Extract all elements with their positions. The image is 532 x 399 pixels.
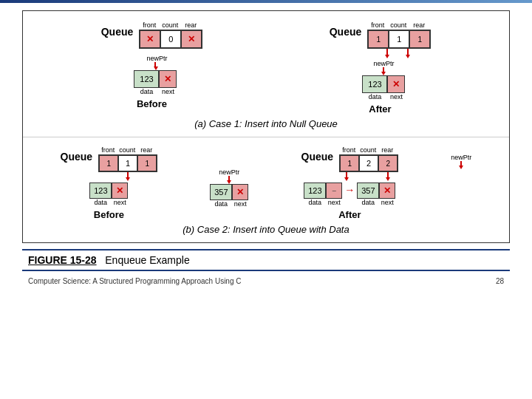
case1-before-next-cell: ✕ <box>159 70 177 88</box>
case2-before-struct-box: 1 1 1 <box>98 154 157 172</box>
footer-bar: Computer Science: A Structured Programmi… <box>22 274 510 288</box>
case2-before-node1-next: ✕ <box>112 183 128 199</box>
case1-after-num-front: 1 <box>377 35 381 44</box>
case2-after-node2-data-label: data <box>357 199 379 206</box>
case2-after-count-val: 2 <box>366 159 371 168</box>
case2-before-node1-data-label: data <box>89 199 112 206</box>
case1-after-group: Queue front count rear 1 <box>330 21 432 116</box>
case1-after-cell-rear: 1 <box>409 30 430 48</box>
case2-before-newptr-data-label: data <box>210 200 232 208</box>
case2-after-cell-count: 2 <box>359 155 378 171</box>
case2-before-group: Queue front count rear 1 <box>61 146 158 222</box>
figure-caption: FIGURE 15-28 Enqueue Example <box>22 249 510 271</box>
case2-before-newptr-label: newPtr <box>219 168 239 176</box>
case1-before-x-next: ✕ <box>164 74 171 84</box>
case2-before-queue-word: Queue <box>61 151 93 163</box>
case1-after-struct-box: 1 1 1 <box>367 30 431 49</box>
case1-section: Queue front count rear ✕ <box>23 11 509 137</box>
case2-after-chain-arrow: → <box>344 184 355 196</box>
diagram-area: Queue front count rear ✕ <box>22 10 510 243</box>
case1-after-x-next: ✕ <box>392 79 400 89</box>
case2-after-node1-next: – <box>326 183 342 199</box>
case1-after-newptr-label: newPtr <box>373 60 394 67</box>
case2-after-header-row: front count rear <box>339 146 397 154</box>
case1-after-cell-count: 1 <box>389 30 409 48</box>
case2-before-header-rear: rear <box>137 146 156 154</box>
case2-after-queue-struct: Queue front count rear 1 <box>301 146 399 172</box>
case1-after-data-label: data <box>362 93 387 100</box>
case1-after-cell-front: 1 <box>368 30 389 48</box>
case2-after-front-val: 1 <box>347 160 352 168</box>
case2-before-count-val: 1 <box>126 159 130 168</box>
case1-before-cell-rear: ✕ <box>181 30 202 48</box>
case1-label: (a) Case 1: Insert into Null Queue <box>30 116 502 134</box>
case2-before-header-front: front <box>98 146 117 154</box>
case2-after-node1-data: 123 <box>304 183 326 199</box>
case2-before-cell-front: 1 <box>99 155 118 171</box>
case2-label: (b) Case 2: Insert into Queue with Data <box>30 222 502 239</box>
case2-before-cell-count: 1 <box>118 155 137 171</box>
case2-after-newptr-outer: newPtr <box>451 154 471 222</box>
case1-before-data-label: data <box>134 88 159 95</box>
case1-after-header-count: count <box>388 21 409 29</box>
case1-after-queue-struct: Queue front count rear 1 <box>330 21 432 49</box>
main-content: Queue front count rear ✕ <box>0 3 532 288</box>
case2-before-title: Before <box>94 209 124 220</box>
case2-before-header-row: front count rear <box>98 146 156 154</box>
case2-after-cell-rear: 2 <box>378 155 398 171</box>
case1-before-box-group: front count rear ✕ 0 <box>139 21 202 49</box>
case2-before-newptr-next: ✕ <box>232 184 248 200</box>
case1-after-title: After <box>369 103 391 115</box>
figure-title: Enqueue Example <box>105 254 189 266</box>
case1-before-data-cell: 123 <box>134 70 159 88</box>
case2-after-node2-next: ✕ <box>379 183 395 199</box>
case2-after-node1-next-label: next <box>326 199 342 206</box>
case1-after-data-cell: 123 <box>362 75 387 93</box>
case1-after-header-rear: rear <box>409 21 429 29</box>
case1-before-struct-box: ✕ 0 ✕ <box>139 30 202 49</box>
case2-after-cell-front: 1 <box>340 155 359 171</box>
case1-after-next-label: next <box>387 93 405 100</box>
case2-after-header-rear: rear <box>378 146 397 154</box>
case1-before-next-label: next <box>159 88 177 95</box>
case1-before-group: Queue front count rear ✕ <box>101 21 203 111</box>
case2-after-box-group: front count rear 1 2 <box>339 146 398 172</box>
case1-before-x-front: ✕ <box>146 34 154 44</box>
case1-before-cell-front: ✕ <box>140 30 160 48</box>
case2-before-newptr-next-label: next <box>232 200 248 208</box>
case1-before-header-rear: rear <box>180 21 201 29</box>
footer-left: Computer Science: A Structured Programmi… <box>28 277 241 285</box>
case2-before-front-val: 1 <box>106 160 111 168</box>
case1-before-header-front: front <box>139 21 160 29</box>
case1-after-queue-word: Queue <box>330 26 362 38</box>
case2-before-cell-rear: 1 <box>137 155 157 171</box>
case2-after-header-count: count <box>358 146 378 154</box>
case1-before-newptr-group: newPtr 123 ✕ <box>134 55 177 95</box>
case2-before-rear-val: 1 <box>145 160 149 168</box>
case2-after-queue-word: Queue <box>301 151 334 163</box>
case2-section: Queue front count rear 1 <box>23 137 509 242</box>
case2-after-title: After <box>338 209 361 220</box>
case2-before-node1-data: 123 <box>89 183 112 199</box>
case1-diagrams-row: Queue front count rear ✕ <box>30 17 502 116</box>
case1-after-num-rear: 1 <box>418 35 423 44</box>
case1-after-header-front: front <box>367 21 388 29</box>
case2-after-rear-val: 2 <box>386 160 390 168</box>
case1-before-queue-struct: Queue front count rear ✕ <box>101 21 203 49</box>
case2-after-group: Queue front count rear 1 <box>301 146 399 222</box>
figure-number: FIGURE 15-28 <box>28 254 97 266</box>
case2-before-newptr-data: 357 <box>210 184 232 200</box>
case2-before-header-count: count <box>117 146 137 154</box>
case1-before-title: Before <box>137 98 167 109</box>
case2-diagrams: Queue front count rear 1 <box>30 143 502 222</box>
case1-after-num-count: 1 <box>397 35 401 44</box>
case1-after-newptr-group: newPtr 123 ✕ data <box>362 60 405 100</box>
footer-right: 28 <box>496 277 504 285</box>
case1-before-header-row: front count rear <box>139 21 201 29</box>
case2-after-newptr-label: newPtr <box>451 154 471 161</box>
case1-before-header-count: count <box>160 21 180 29</box>
case1-after-header-row: front count rear <box>367 21 429 29</box>
case2-after-node1-next-dash: – <box>332 187 336 194</box>
case1-before-num-count: 0 <box>168 35 173 44</box>
case1-after-box-group: front count rear 1 1 <box>367 21 431 49</box>
